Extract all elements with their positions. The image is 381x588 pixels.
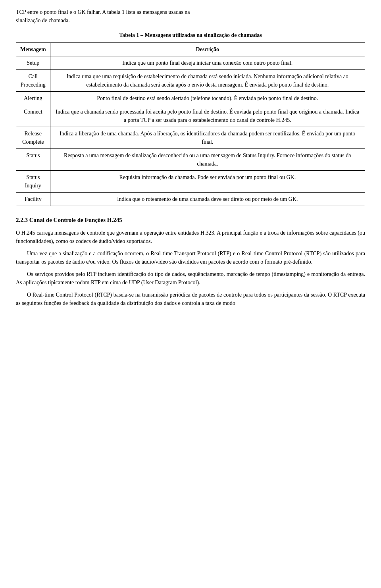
table-row: StatusInquiryRequisita informação da cha… (16, 171, 365, 193)
messages-table: Mensagem Descrição SetupIndica que um po… (16, 42, 365, 206)
table-cell-desc: Requisita informação da chamada. Pode se… (50, 171, 365, 193)
section-paragraph-4: O Real-time Control Protocol (RTCP) base… (16, 291, 365, 307)
section-paragraph-3: Os serviços providos pelo RTP incluem id… (16, 270, 365, 287)
section-paragraph-1: O H.245 carrega mensagens de controle qu… (16, 229, 365, 245)
intro-line1: TCP entre o ponto final e o GK falhar. A… (16, 9, 190, 15)
section-paragraph-2: Uma vez que a sinalização e a codificaçã… (16, 249, 365, 266)
table-row: ReleaseCompleteIndica a liberação de uma… (16, 127, 365, 149)
section-paragraphs: O H.245 carrega mensagens de controle qu… (16, 229, 365, 307)
table-cell-msg: Alerting (16, 92, 50, 105)
table-cell-desc: Indica que o roteamento de uma chamada d… (50, 193, 365, 206)
table-cell-msg: Facility (16, 193, 50, 206)
table-row: SetupIndica que um ponto final deseja in… (16, 56, 365, 70)
table-cell-desc: Indica que um ponto final deseja iniciar… (50, 56, 365, 70)
table-cell-desc: Resposta a uma mensagem de sinalização d… (50, 149, 365, 171)
table-cell-desc: Indica a liberação de uma chamada. Após … (50, 127, 365, 149)
table-cell-msg: CallProceeding (16, 70, 50, 92)
table-cell-msg: Status (16, 149, 50, 171)
intro-line2: sinalização de chamada. (16, 17, 70, 23)
table-cell-desc: Indica uma que uma requisição de estabel… (50, 70, 365, 92)
table-cell-desc: Ponto final de destino está sendo alerta… (50, 92, 365, 105)
table-row: StatusResposta a uma mensagem de sinaliz… (16, 149, 365, 171)
section-heading: 2.2.3 Canal de Controle de Funções H.245 (16, 216, 365, 225)
table-cell-desc: Indica que a chamada sendo processada fo… (50, 105, 365, 127)
table-title: Tabela 1 – Mensagens utilizadas na sinal… (16, 31, 365, 39)
table-row: AlertingPonto final de destino está send… (16, 92, 365, 105)
table-cell-msg: Connect (16, 105, 50, 127)
table-row: ConnectIndica que a chamada sendo proces… (16, 105, 365, 127)
table-row: CallProceedingIndica uma que uma requisi… (16, 70, 365, 92)
intro-paragraph: TCP entre o ponto final e o GK falhar. A… (16, 8, 365, 25)
table-cell-msg: Setup (16, 56, 50, 70)
col-header-descricao: Descrição (50, 43, 365, 56)
col-header-mensagem: Mensagem (16, 43, 50, 56)
table-header-row: Mensagem Descrição (16, 43, 365, 56)
table-cell-msg: StatusInquiry (16, 171, 50, 193)
table-row: FacilityIndica que o roteamento de uma c… (16, 193, 365, 206)
table-cell-msg: ReleaseComplete (16, 127, 50, 149)
